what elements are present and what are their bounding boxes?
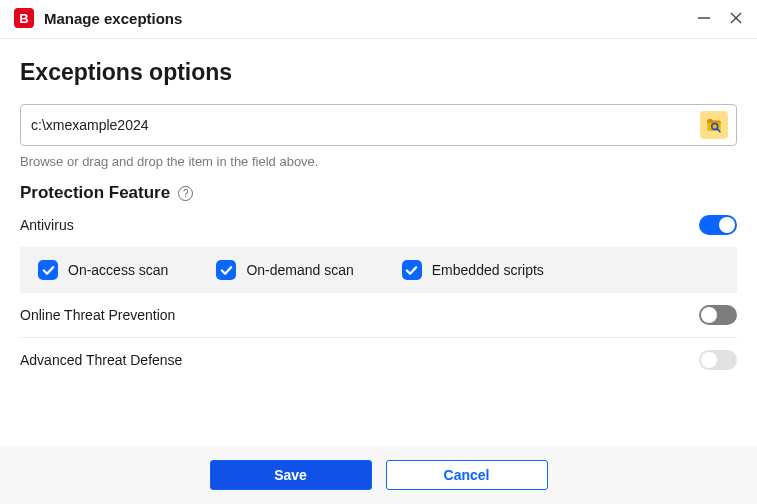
path-input[interactable]: [31, 117, 700, 133]
feature-row-online-threat: Online Threat Prevention: [20, 293, 737, 338]
checkbox-on-access-scan[interactable]: On-access scan: [38, 260, 168, 280]
titlebar: B Manage exceptions: [0, 0, 757, 39]
checkbox-label: On-demand scan: [246, 262, 353, 278]
path-field-row: [20, 104, 737, 146]
help-icon[interactable]: ?: [178, 186, 193, 201]
feature-row-antivirus: Antivirus: [20, 203, 737, 247]
footer: Save Cancel: [0, 446, 757, 504]
feature-label: Advanced Threat Defense: [20, 352, 182, 368]
checkbox-on-demand-scan[interactable]: On-demand scan: [216, 260, 353, 280]
checkbox-label: On-access scan: [68, 262, 168, 278]
folder-search-icon: [705, 116, 723, 134]
browse-button[interactable]: [700, 111, 728, 139]
checkbox-label: Embedded scripts: [432, 262, 544, 278]
checkbox-embedded-scripts[interactable]: Embedded scripts: [402, 260, 544, 280]
antivirus-suboptions: On-access scan On-demand scan Embedded s…: [20, 247, 737, 293]
feature-row-advanced-threat: Advanced Threat Defense: [20, 338, 737, 382]
window-title: Manage exceptions: [44, 10, 697, 27]
cancel-button[interactable]: Cancel: [386, 460, 548, 490]
toggle-online-threat[interactable]: [699, 305, 737, 325]
page-title: Exceptions options: [20, 59, 737, 86]
save-button[interactable]: Save: [210, 460, 372, 490]
toggle-advanced-threat[interactable]: [699, 350, 737, 370]
close-button[interactable]: [729, 11, 743, 25]
path-hint: Browse or drag and drop the item in the …: [20, 154, 737, 169]
app-icon: B: [14, 8, 34, 28]
check-icon: [38, 260, 58, 280]
minimize-button[interactable]: [697, 11, 711, 25]
toggle-antivirus[interactable]: [699, 215, 737, 235]
protection-section-head: Protection Feature ?: [20, 183, 737, 203]
feature-label: Online Threat Prevention: [20, 307, 175, 323]
feature-label: Antivirus: [20, 217, 74, 233]
check-icon: [216, 260, 236, 280]
check-icon: [402, 260, 422, 280]
protection-section-label: Protection Feature: [20, 183, 170, 203]
